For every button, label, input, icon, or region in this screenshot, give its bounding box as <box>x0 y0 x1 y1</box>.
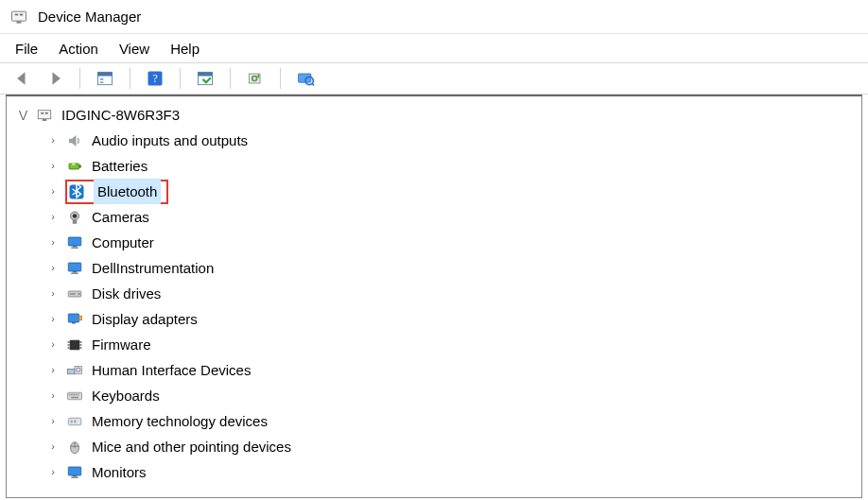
svg-point-34 <box>78 292 79 294</box>
svg-rect-63 <box>73 475 78 477</box>
highlight-annotation: Bluetooth <box>65 180 168 204</box>
mouse-icon <box>65 438 84 457</box>
svg-rect-54 <box>78 393 79 395</box>
svg-rect-55 <box>71 396 78 398</box>
memory-icon <box>65 412 84 431</box>
tree-item-label: Display adapters <box>92 306 198 332</box>
tree-item-hid[interactable]: › Human Interface Devices <box>7 357 861 383</box>
tree-item-computer[interactable]: › Computer <box>7 230 861 255</box>
tree-item-dellinstrumentation[interactable]: › DellInstrumentation <box>7 255 861 281</box>
svg-rect-32 <box>71 272 78 274</box>
tree-item-keyboards[interactable]: › Keyboards <box>7 383 861 408</box>
toolbar-help-button[interactable]: ? <box>142 66 168 91</box>
tree-item-memory[interactable]: › Memory technology devices <box>7 408 861 434</box>
tree-item-display-adapters[interactable]: › Display adapters <box>7 306 861 332</box>
svg-line-16 <box>312 83 315 86</box>
hid-icon <box>65 361 84 380</box>
chevron-right-icon[interactable]: › <box>46 281 60 306</box>
svg-rect-31 <box>73 271 78 273</box>
svg-point-25 <box>73 214 78 218</box>
chevron-right-icon[interactable]: › <box>46 306 60 332</box>
svg-rect-58 <box>74 420 76 422</box>
tree-root-label: IDGINC-8W6R3F3 <box>61 102 180 128</box>
chevron-right-icon[interactable]: › <box>46 434 60 459</box>
tree-root[interactable]: ⋁ IDGINC-8W6R3F3 <box>7 102 861 128</box>
tree-item-label: Bluetooth <box>94 179 161 204</box>
svg-rect-2 <box>20 13 23 15</box>
tree-item-bluetooth[interactable]: › Bluetooth <box>7 179 861 204</box>
expander-icon[interactable]: ⋁ <box>16 102 29 128</box>
chevron-right-icon[interactable]: › <box>46 128 60 153</box>
svg-rect-57 <box>71 420 73 422</box>
tree-item-monitors[interactable]: › Monitors <box>7 459 861 485</box>
svg-rect-49 <box>68 392 82 400</box>
menu-view[interactable]: View <box>119 41 149 57</box>
svg-rect-18 <box>41 112 43 114</box>
toolbar-show-hidden-button[interactable] <box>292 66 319 91</box>
chevron-right-icon[interactable]: › <box>46 357 60 383</box>
toolbar-back-button[interactable] <box>9 66 36 91</box>
tree-item-label: Monitors <box>92 459 147 485</box>
svg-text:?: ? <box>152 73 157 85</box>
tree-item-label: Batteries <box>92 153 148 179</box>
svg-rect-62 <box>68 467 81 475</box>
svg-rect-14 <box>299 74 311 82</box>
svg-rect-64 <box>71 476 78 478</box>
battery-icon <box>65 157 84 176</box>
help-icon: ? <box>145 69 165 88</box>
svg-rect-50 <box>69 393 71 395</box>
device-manager-icon <box>9 8 28 26</box>
chevron-right-icon[interactable]: › <box>46 383 60 408</box>
show-icon <box>295 69 316 88</box>
tree-item-cameras[interactable]: › Cameras <box>7 204 861 230</box>
svg-rect-29 <box>71 247 78 249</box>
monitor-icon <box>65 463 84 482</box>
menu-help[interactable]: Help <box>170 41 200 57</box>
svg-rect-53 <box>76 393 78 395</box>
tree-item-batteries[interactable]: › Batteries <box>7 153 861 179</box>
svg-rect-52 <box>74 393 76 395</box>
chevron-right-icon[interactable]: › <box>46 408 60 434</box>
chevron-right-icon[interactable]: › <box>46 255 60 281</box>
svg-rect-6 <box>100 78 103 80</box>
disk-icon <box>65 284 84 303</box>
tree-item-label: Memory technology devices <box>92 408 268 434</box>
svg-rect-19 <box>45 112 48 114</box>
svg-rect-28 <box>73 246 78 248</box>
toolbar-separator <box>130 68 130 89</box>
svg-rect-26 <box>73 220 78 224</box>
toolbar-scan-button[interactable] <box>192 66 218 91</box>
menu-action[interactable]: Action <box>59 41 98 57</box>
tree-item-firmware[interactable]: › Firmware <box>7 332 861 357</box>
chevron-right-icon[interactable]: › <box>46 153 60 179</box>
svg-rect-20 <box>43 118 47 120</box>
toolbar-separator <box>180 68 181 89</box>
svg-rect-38 <box>72 322 76 324</box>
svg-rect-0 <box>12 11 26 21</box>
tree-item-mice[interactable]: › Mice and other pointing devices <box>7 434 861 459</box>
svg-rect-46 <box>68 369 76 373</box>
chevron-right-icon[interactable]: › <box>46 332 60 357</box>
scan-icon <box>195 69 216 88</box>
tree-item-label: Disk drives <box>92 281 161 306</box>
tree-item-label: Human Interface Devices <box>92 357 251 383</box>
toolbar-update-button[interactable] <box>242 66 269 91</box>
toolbar-separator <box>79 68 80 89</box>
toolbar-forward-button[interactable] <box>42 66 68 91</box>
chevron-right-icon[interactable]: › <box>46 459 60 485</box>
tree-item-disk-drives[interactable]: › Disk drives <box>7 281 861 306</box>
chevron-right-icon[interactable]: › <box>46 230 60 255</box>
keyboard-icon <box>65 387 84 405</box>
update-icon <box>245 69 266 88</box>
menu-file[interactable]: File <box>15 41 38 57</box>
svg-rect-30 <box>68 263 81 271</box>
chevron-right-icon[interactable]: › <box>46 179 60 204</box>
svg-rect-37 <box>79 316 82 320</box>
chip-icon <box>65 336 84 354</box>
svg-rect-36 <box>68 314 78 322</box>
tree-item-audio[interactable]: › Audio inputs and outputs <box>7 128 861 153</box>
svg-rect-35 <box>70 293 76 295</box>
chevron-right-icon[interactable]: › <box>46 204 60 230</box>
toolbar-properties-button[interactable] <box>92 66 118 91</box>
device-tree[interactable]: ⋁ IDGINC-8W6R3F3 › Audio inputs and outp… <box>6 95 862 498</box>
